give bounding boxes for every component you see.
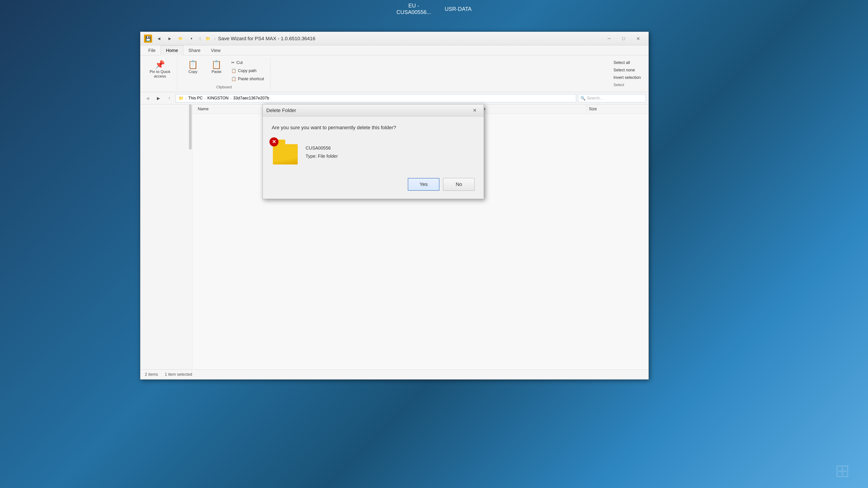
dialog-title-bar: Delete Folder ✕ bbox=[263, 104, 484, 117]
delete-x-icon: ✕ bbox=[270, 137, 278, 147]
dialog-body: Are you sure you want to permanently del… bbox=[263, 117, 484, 199]
folder-name: CUSA00556 bbox=[306, 144, 338, 152]
explorer-window: 💾 ◀ ▶ 📁 ▾ | 📁 › Save Wizard for PS4 MAX … bbox=[140, 32, 649, 380]
dialog-close-button[interactable]: ✕ bbox=[469, 106, 480, 115]
taskbar-item-usr[interactable]: USR-DATA bbox=[445, 6, 471, 12]
folder-details: CUSA00556 Type: File folder bbox=[306, 144, 338, 160]
no-button[interactable]: No bbox=[443, 178, 475, 191]
desktop: EU - CUSA00556... USR-DATA 💾 ◀ ▶ 📁 ▾ | 📁… bbox=[0, 0, 868, 488]
yes-button[interactable]: Yes bbox=[408, 178, 439, 191]
folder-body bbox=[273, 144, 298, 164]
dialog-title: Delete Folder bbox=[266, 107, 469, 113]
taskbar-top: EU - CUSA00556... USR-DATA bbox=[0, 0, 868, 18]
dialog-info: ✕ CUSA00556 Type: File folder bbox=[272, 140, 475, 164]
taskbar-item-eu[interactable]: EU - CUSA00556... bbox=[397, 2, 431, 15]
folder-icon-container: ✕ bbox=[272, 140, 299, 164]
dialog-buttons: Yes No bbox=[272, 176, 475, 191]
folder-type: Type: File folder bbox=[306, 152, 338, 160]
dialog-overlay: Delete Folder ✕ Are you sure you want to… bbox=[141, 32, 649, 379]
dialog-question: Are you sure you want to permanently del… bbox=[272, 125, 475, 131]
delete-folder-dialog: Delete Folder ✕ Are you sure you want to… bbox=[262, 104, 484, 199]
windows-logo: ⊞ bbox=[835, 460, 850, 481]
